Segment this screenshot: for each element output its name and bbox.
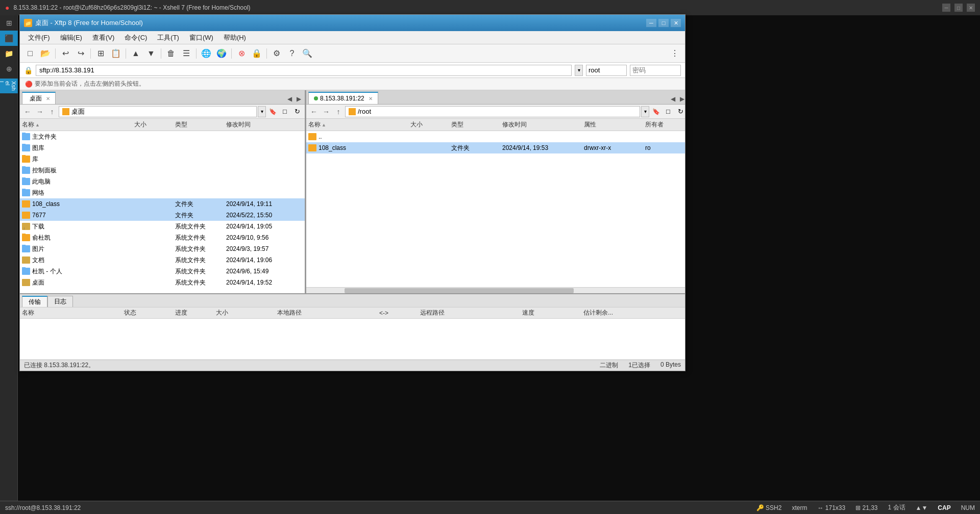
local-file-list[interactable]: 名称 ▲ 大小 类型 修改时间 (20, 119, 305, 293)
remote-up-button[interactable]: ↑ (333, 106, 344, 117)
menu-window[interactable]: 窗口(W) (185, 32, 217, 43)
xftp-menubar: 文件(F) 编辑(E) 查看(V) 命令(C) 工具(T) 窗口(W) 帮助(H… (20, 31, 685, 44)
xftp-minimize-button[interactable]: ─ (646, 19, 656, 27)
local-tab-close[interactable]: ✕ (46, 96, 50, 101)
tb-more-button[interactable]: ⋮ (668, 47, 682, 60)
remote-col-type: 类型 (451, 120, 502, 129)
local-new-folder-button[interactable]: □ (279, 106, 290, 117)
local-file-row[interactable]: 图片 系统文件夹 2024/9/3, 19:57 (20, 243, 305, 254)
local-refresh-button[interactable]: ↻ (291, 106, 303, 117)
tb-download-button[interactable]: ▼ (144, 47, 158, 60)
xftp-maximize-button[interactable]: □ (658, 19, 669, 27)
transfer-tab-transfer[interactable]: 传输 (22, 296, 47, 307)
sidebar-sessions-icon[interactable]: ⊞ (0, 15, 18, 31)
tb-sep-5 (196, 48, 197, 59)
tb-new-session-button[interactable]: □ (23, 47, 37, 60)
tb-globe-button[interactable]: 🌐 (199, 47, 213, 60)
remote-col-size: 大小 (410, 120, 451, 129)
xshell-status-arrows: ▲▼ (916, 504, 928, 511)
addr-pass-input[interactable] (630, 65, 681, 76)
tb-paste-button[interactable]: 📋 (109, 47, 123, 60)
local-file-row[interactable]: 俞杜凯 系统文件夹 2024/9/10, 9:56 (20, 232, 305, 243)
local-tab-desktop[interactable]: 桌面 ✕ (22, 92, 56, 104)
local-file-row[interactable]: 图库 (20, 142, 305, 153)
local-file-row-selected-108[interactable]: 108_class 文件夹 2024/9/14, 19:11 (20, 198, 305, 210)
menu-edit[interactable]: 编辑(E) (56, 32, 86, 43)
tb-search-button[interactable]: 🔍 (300, 47, 314, 60)
tb-upload-button[interactable]: ▲ (129, 47, 143, 60)
local-file-name: 文档 (22, 256, 134, 265)
tb-session-button[interactable]: 🔒 (250, 47, 264, 60)
menu-command[interactable]: 命令(C) (120, 32, 151, 43)
tb-sep-4 (161, 48, 161, 59)
remote-tab-prev[interactable]: ◀ (669, 95, 677, 103)
remote-tab-next[interactable]: ▶ (678, 95, 685, 103)
xshell-sidebar: ⊞ ⬛ 📁 ⊕ XshellCopyType[C:\ (0, 15, 18, 514)
remote-tabbar: 8.153.38.191:22 ✕ ◀ ▶ (306, 90, 685, 105)
xshell-minimize-button[interactable]: ─ (942, 4, 950, 12)
remote-file-list[interactable]: 名称 ▲ 大小 类型 修改时间 属性 (306, 119, 685, 287)
tb-back-button[interactable]: ↩ (58, 47, 72, 60)
transfer-tab-log[interactable]: 日志 (47, 296, 73, 307)
remote-forward-button[interactable]: → (321, 106, 332, 117)
remote-new-folder-button[interactable]: □ (663, 106, 674, 117)
tb-copy-button[interactable]: ⊞ (93, 47, 108, 60)
local-file-name: 库 (22, 155, 134, 164)
local-file-name: 图片 (22, 245, 134, 253)
remote-path-dropdown[interactable]: ▾ (641, 106, 649, 117)
local-bookmark-button[interactable]: 🔖 (267, 106, 278, 117)
addr-lock-icon: 🔒 (24, 66, 33, 74)
local-file-row[interactable]: 控制面板 (20, 165, 305, 176)
menu-view[interactable]: 查看(V) (88, 32, 118, 43)
xftp-close-button[interactable]: ✕ (671, 19, 681, 27)
folder-yudkai-icon (22, 234, 30, 241)
sidebar-file-icon[interactable]: 📁 (0, 46, 18, 61)
xftp-titlebar: 📁 桌面 - Xftp 8 (Free for Home/School) ─ □… (20, 15, 685, 31)
local-file-row[interactable]: 文档 系统文件夹 2024/9/14, 19:06 (20, 254, 305, 266)
addr-user-input[interactable] (586, 65, 627, 76)
local-path-dropdown[interactable]: ▾ (258, 106, 266, 117)
tb-sep-1 (55, 48, 56, 59)
addr-url-input[interactable] (36, 65, 572, 76)
tb-globe2-button[interactable]: 🌍 (214, 47, 229, 60)
remote-tab-close[interactable]: ✕ (369, 96, 373, 101)
local-file-row[interactable]: ↓ 下载 系统文件夹 2024/9/14, 19:05 (20, 221, 305, 232)
menu-help[interactable]: 帮助(H) (219, 32, 250, 43)
remote-file-row-up[interactable]: .. (306, 131, 685, 142)
local-file-row-selected-7677[interactable]: 7677 文件夹 2024/5/22, 15:50 (20, 210, 305, 221)
local-file-row[interactable]: 桌面 系统文件夹 2024/9/14, 19:52 (20, 277, 305, 288)
sidebar-terminal-icon[interactable]: ⬛ (0, 31, 18, 46)
tb-settings-button[interactable]: ⚙ (270, 47, 284, 60)
remote-horizontal-scrollbar[interactable] (306, 287, 685, 293)
xftp-app-icon: 📁 (24, 19, 32, 27)
tb-open-button[interactable]: 📂 (38, 47, 53, 60)
local-tab-prev[interactable]: ◀ (285, 95, 293, 103)
tb-forward-button[interactable]: ↪ (74, 47, 88, 60)
menu-tools[interactable]: 工具(T) (153, 32, 183, 43)
local-file-row[interactable]: 库 (20, 153, 305, 165)
local-file-row[interactable]: 网络 (20, 187, 305, 198)
local-back-button[interactable]: ← (22, 106, 33, 117)
remote-tab-server[interactable]: 8.153.38.191:22 ✕ (308, 92, 378, 104)
tb-delete-button[interactable]: 🗑 (164, 47, 178, 60)
sidebar-bookmark-icon[interactable]: ⊕ (0, 61, 18, 76)
folder-personal-icon (22, 268, 30, 275)
remote-back-button[interactable]: ← (308, 106, 320, 117)
remote-bookmark-button[interactable]: 🔖 (650, 106, 662, 117)
local-up-button[interactable]: ↑ (46, 106, 58, 117)
tb-list-button[interactable]: ☰ (179, 47, 193, 60)
remote-file-row-108class[interactable]: 108_class 文件夹 2024/9/14, 19:53 drwxr-xr-… (306, 142, 685, 153)
remote-refresh-button[interactable]: ↻ (675, 106, 685, 117)
addr-dropdown-button[interactable]: ▾ (575, 65, 583, 76)
local-file-row[interactable]: 此电脑 (20, 176, 305, 187)
xshell-maximize-button[interactable]: □ (954, 4, 963, 12)
xshell-close-button[interactable]: ✕ (967, 4, 975, 12)
menu-file[interactable]: 文件(F) (24, 32, 54, 43)
local-tab-next[interactable]: ▶ (295, 95, 303, 103)
xftp-status-mode: 二进制 (600, 361, 618, 370)
tb-stop-button[interactable]: ⊗ (234, 47, 249, 60)
local-file-row[interactable]: 杜凯 - 个人 系统文件夹 2024/9/6, 15:49 (20, 266, 305, 277)
local-forward-button[interactable]: → (34, 106, 45, 117)
tb-help-button[interactable]: ? (285, 47, 299, 60)
local-file-row[interactable]: 主文件夹 (20, 131, 305, 142)
